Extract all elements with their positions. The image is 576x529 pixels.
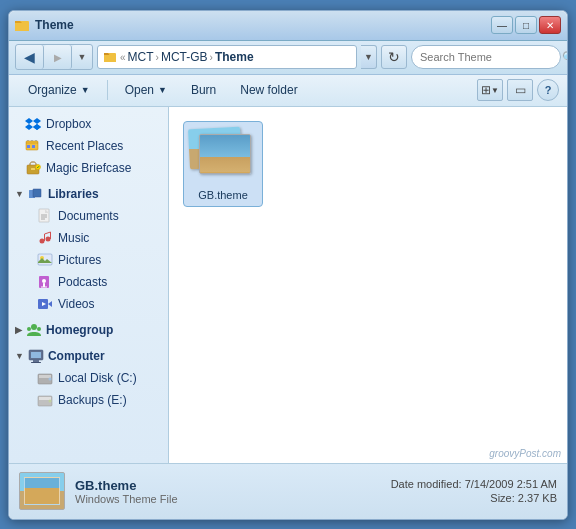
svg-point-22 (42, 279, 46, 283)
sidebar-item-local-disk[interactable]: Local Disk (C:) (9, 367, 168, 389)
svg-point-14 (40, 238, 45, 243)
file-content-area: GB.theme groovyPost.com (169, 107, 567, 463)
toolbar-separator-1 (107, 80, 108, 100)
title-bar-left: Theme (15, 17, 491, 33)
file-icon-gb-theme (188, 126, 258, 186)
status-filename: GB.theme (75, 478, 381, 493)
open-button[interactable]: Open ▼ (114, 78, 178, 102)
svg-marker-25 (48, 301, 52, 307)
sidebar-item-dropbox[interactable]: Dropbox (9, 113, 168, 135)
videos-icon (37, 296, 53, 312)
burn-button[interactable]: Burn (180, 78, 227, 102)
svg-rect-38 (39, 397, 51, 400)
backups-icon (37, 392, 53, 408)
svg-point-15 (46, 236, 51, 241)
sidebar-documents-label: Documents (58, 209, 119, 223)
status-filetype: Windows Theme File (75, 493, 381, 505)
open-label: Open (125, 83, 154, 97)
sidebar-computer-header[interactable]: ▼ Computer (9, 345, 168, 367)
svg-rect-4 (32, 145, 35, 148)
window-folder-icon (15, 17, 31, 33)
path-part-3: Theme (215, 50, 254, 64)
organize-dropdown-icon: ▼ (81, 85, 90, 95)
path-dropdown-button[interactable]: ▼ (361, 45, 377, 69)
sidebar-item-recent-places[interactable]: Recent Places (9, 135, 168, 157)
nav-buttons: ◀ ▶ ▼ (15, 44, 93, 70)
sidebar-recent-label: Recent Places (46, 139, 123, 153)
toolbar: Organize ▼ Open ▼ Burn New folder ⊞ ▼ ▭ … (9, 75, 567, 107)
sidebar-item-podcasts[interactable]: Podcasts (9, 271, 168, 293)
new-folder-label: New folder (240, 83, 297, 97)
toolbar-right: ⊞ ▼ ▭ ? (477, 79, 559, 101)
svg-point-39 (49, 399, 52, 402)
libraries-label: Libraries (48, 187, 99, 201)
minimize-button[interactable]: — (491, 16, 513, 34)
maximize-button[interactable]: □ (515, 16, 537, 34)
computer-icon (28, 348, 44, 364)
search-box[interactable]: 🔍 (411, 45, 561, 69)
path-part-2: MCT-GB (161, 50, 208, 64)
path-sep-2: › (156, 52, 159, 63)
address-path[interactable]: « MCT › MCT-GB › Theme (97, 45, 357, 69)
svg-rect-32 (33, 360, 39, 362)
organize-button[interactable]: Organize ▼ (17, 78, 101, 102)
svg-rect-35 (39, 375, 51, 378)
libraries-expand-icon: ▼ (15, 189, 24, 199)
svg-rect-3 (27, 145, 30, 148)
svg-rect-33 (31, 362, 41, 363)
new-folder-button[interactable]: New folder (229, 78, 308, 102)
svg-rect-6 (31, 168, 35, 170)
sidebar-libraries-section: ▼ Libraries (9, 183, 168, 315)
status-bar: GB.theme Windows Theme File Date modifie… (9, 463, 567, 519)
refresh-button[interactable]: ↻ (381, 45, 407, 69)
sidebar-podcasts-label: Podcasts (58, 275, 107, 289)
sidebar-item-documents[interactable]: Documents (9, 205, 168, 227)
address-bar: ◀ ▶ ▼ « MCT › MCT-GB › Theme ▼ ↻ 🔍 (9, 41, 567, 75)
status-date-value: 7/14/2009 2:51 AM (465, 478, 557, 490)
forward-button[interactable]: ▶ (44, 45, 72, 69)
status-date-modified: Date modified: 7/14/2009 2:51 AM (391, 478, 557, 490)
sidebar-item-magic-briefcase[interactable]: Magic Briefcase (9, 157, 168, 179)
sidebar-item-videos[interactable]: Videos (9, 293, 168, 315)
search-icon[interactable]: 🔍 (562, 51, 568, 64)
sidebar-libraries-header[interactable]: ▼ Libraries (9, 183, 168, 205)
dropbox-icon (25, 116, 41, 132)
preview-button[interactable]: ▭ (507, 79, 533, 101)
views-dropdown-icon: ▼ (491, 86, 499, 95)
window-title: Theme (35, 18, 74, 32)
close-button[interactable]: ✕ (539, 16, 561, 34)
status-thumb-overlay (24, 477, 60, 505)
svg-rect-9 (33, 189, 41, 197)
sidebar-homegroup-header[interactable]: ▶ Homegroup (9, 319, 168, 341)
sidebar-magic-briefcase-label: Magic Briefcase (46, 161, 131, 175)
nav-dropdown-button[interactable]: ▼ (72, 45, 92, 69)
sidebar-item-music[interactable]: Music (9, 227, 168, 249)
sidebar-pictures-label: Pictures (58, 253, 101, 267)
music-icon (37, 230, 53, 246)
computer-expand-icon: ▼ (15, 351, 24, 361)
local-disk-icon (37, 370, 53, 386)
sidebar: Dropbox Recent Places (9, 107, 169, 463)
back-button[interactable]: ◀ (16, 45, 44, 69)
views-button[interactable]: ⊞ ▼ (477, 79, 503, 101)
sidebar-videos-label: Videos (58, 297, 94, 311)
svg-line-18 (45, 232, 51, 234)
svg-point-28 (27, 327, 31, 331)
homegroup-expand-icon: ▶ (15, 325, 22, 335)
search-input[interactable] (420, 51, 558, 63)
sidebar-local-disk-label: Local Disk (C:) (58, 371, 137, 385)
file-item-gb-theme[interactable]: GB.theme (183, 121, 263, 207)
main-area: Dropbox Recent Places (9, 107, 567, 463)
svg-rect-19 (38, 254, 52, 265)
organize-label: Organize (28, 83, 77, 97)
sidebar-item-backups[interactable]: Backups (E:) (9, 389, 168, 411)
magic-briefcase-icon (25, 160, 41, 176)
svg-rect-31 (31, 352, 41, 358)
pictures-icon (37, 252, 53, 268)
svg-rect-23 (43, 283, 45, 287)
computer-label: Computer (48, 349, 105, 363)
preview-icon: ▭ (515, 83, 526, 97)
sidebar-item-pictures[interactable]: Pictures (9, 249, 168, 271)
file-name-gb-theme: GB.theme (198, 189, 248, 202)
help-button[interactable]: ? (537, 79, 559, 101)
